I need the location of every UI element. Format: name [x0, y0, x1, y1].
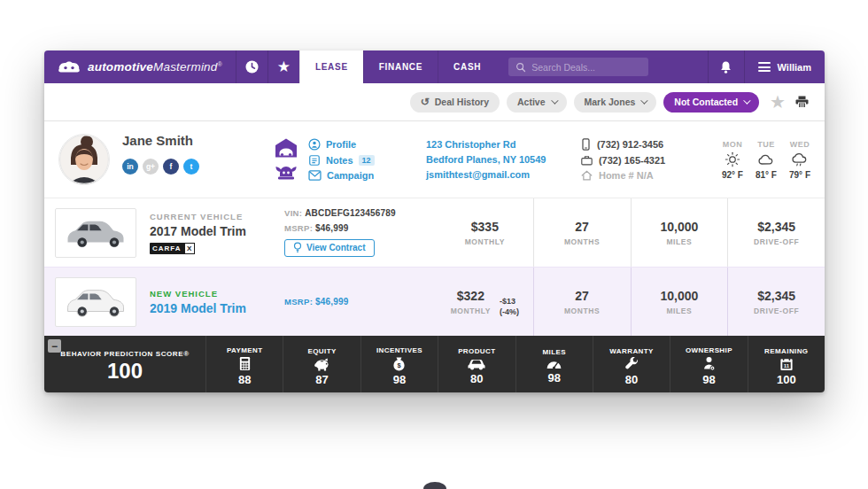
briefcase-icon [581, 155, 593, 166]
weather-temp: 92° F [722, 170, 743, 180]
current-vehicle-title: 2017 Model Trim [150, 224, 284, 238]
recent-deals-button[interactable] [236, 50, 267, 83]
stat-driveoff: $2,345DRIVE-OFF [727, 268, 825, 336]
piggy-bank-icon [314, 357, 330, 371]
msrp-value: $46,999 [315, 223, 349, 233]
score-ownership[interactable]: OWNERSHIP 98 [670, 336, 747, 392]
mobile-phone[interactable]: (732) 912-3456 [581, 138, 709, 151]
stat-months: 27MONTHS [533, 198, 631, 267]
favorite-deal-star[interactable]: ★ [770, 93, 786, 111]
calculator-icon [238, 356, 252, 371]
mastermind-logo-icon [58, 60, 81, 74]
carfax-x: X [184, 243, 195, 254]
view-contract-label: View Contract [306, 243, 366, 252]
new-vehicle-specs: MSRP: $46,999 [284, 297, 437, 307]
money-bag-icon: $ [392, 356, 406, 371]
profile-link[interactable]: Profile [308, 138, 415, 151]
notes-link[interactable]: Notes 12 [308, 154, 415, 167]
work-phone[interactable]: (732) 165-4321 [581, 155, 709, 166]
customer-links: Profile Notes 12 Campaign [308, 138, 415, 181]
customer-avatar[interactable] [58, 134, 110, 185]
address-line1[interactable]: 123 Christopher Rd [426, 139, 581, 150]
search-icon [515, 62, 526, 73]
view-contract-button[interactable]: View Contract [284, 239, 375, 257]
delta-amount: -$13 [500, 296, 519, 307]
score-payment[interactable]: PAYMENT 88 [205, 336, 283, 392]
twitter-icon[interactable]: t [183, 159, 199, 175]
google-plus-icon[interactable]: g+ [143, 159, 159, 175]
search-box[interactable] [508, 58, 648, 76]
current-vehicle-specs: VIN: ABCDEFG123456789 MSRP: $46,999 View… [284, 208, 437, 258]
profile-icon [308, 138, 321, 151]
weather-day: TUE 81° F [756, 140, 777, 180]
bps-score-block: BEHAVIOR PREDICTION SCORE® 100 [44, 336, 205, 392]
weather-temp: 79° F [789, 170, 810, 180]
notes-label: Notes [326, 155, 353, 166]
mastermind-badge-icon[interactable] [275, 165, 298, 181]
score-warranty[interactable]: WARRANTY 80 [593, 336, 670, 392]
new-vehicle-title[interactable]: 2019 Model Trim [150, 301, 284, 315]
chevron-down-icon [743, 97, 750, 104]
home-phone-number: Home # N/A [599, 170, 654, 181]
customer-identity: Jane Smith in g+ f t [122, 145, 255, 175]
agent-filter-dropdown[interactable]: Mark Jones [574, 92, 657, 113]
stat-driveoff: $2,345DRIVE-OFF [727, 198, 825, 267]
svg-text:11: 11 [784, 361, 790, 368]
current-vehicle-info: CURRENT VEHICLE 2017 Model Trim CARFA X [150, 212, 284, 254]
customer-email[interactable]: jsmithtest@gmail.com [426, 169, 581, 180]
linkedin-icon[interactable]: in [122, 159, 138, 175]
bps-label: BEHAVIOR PREDICTION SCORE® [60, 350, 189, 358]
work-phone-number: (732) 165-4321 [599, 155, 665, 166]
current-vehicle-stats: $335MONTHLY 27MONTHS 10,000MILES $2,345D… [437, 198, 825, 267]
user-menu[interactable]: William [745, 50, 825, 83]
customer-address: 123 Christopher Rd Bedford Planes, NY 10… [426, 139, 581, 180]
home-phone[interactable]: Home # N/A [581, 170, 709, 181]
app-window: automotiveMastermind® ★ LEASE FINANCE CA… [44, 50, 825, 392]
deal-history-label: Deal History [435, 97, 489, 107]
mobile-phone-number: (732) 912-3456 [597, 139, 663, 150]
delta-percent: (-4%) [500, 307, 519, 317]
score-miles[interactable]: MILES 98 [515, 336, 593, 392]
new-vehicle-label: NEW VEHICLE [150, 289, 284, 299]
notifications-button[interactable] [708, 50, 745, 83]
facebook-icon[interactable]: f [163, 159, 179, 175]
status-filter-dropdown[interactable]: Active [507, 92, 567, 113]
score-equity[interactable]: EQUITY 87 [283, 336, 360, 392]
payment-delta: -$13 (-4%) [500, 296, 519, 317]
contact-status-dropdown[interactable]: Not Contacted [663, 92, 759, 113]
page-notch [423, 482, 446, 489]
address-line2[interactable]: Bedford Planes, NY 10549 [426, 154, 581, 165]
page: automotiveMastermind® ★ LEASE FINANCE CA… [0, 0, 868, 489]
collapse-button[interactable]: − [48, 339, 61, 353]
new-vehicle-row: NEW VEHICLE 2019 Model Trim MSRP: $46,99… [44, 267, 825, 336]
campaign-link[interactable]: Campaign [308, 170, 415, 181]
current-vehicle-photo[interactable] [55, 208, 136, 258]
score-remaining[interactable]: REMAINING 11 100 [748, 336, 825, 392]
tab-lease[interactable]: LEASE [299, 50, 363, 83]
customer-name: Jane Smith [122, 133, 255, 148]
deal-history-button[interactable]: ↺ Deal History [410, 92, 500, 113]
weather-day: WED 79° F [789, 140, 810, 180]
tab-finance[interactable]: FINANCE [363, 50, 438, 83]
weather-temp: 81° F [756, 170, 777, 180]
deal-card: Jane Smith in g+ f t [44, 120, 825, 392]
agent-filter-label: Mark Jones [585, 97, 636, 107]
search-input[interactable] [531, 62, 641, 73]
carfax-badge[interactable]: CARFA X [150, 243, 195, 254]
garage-icon[interactable] [275, 138, 298, 158]
customer-row: Jane Smith in g+ f t [44, 121, 825, 198]
score-product[interactable]: PRODUCT 80 [438, 336, 515, 392]
history-icon: ↺ [421, 97, 430, 107]
print-button[interactable] [794, 95, 810, 109]
score-incentives[interactable]: INCENTIVES $ 98 [360, 336, 438, 392]
vin-line: VIN: ABCDEFG123456789 [284, 208, 437, 218]
new-vehicle-photo[interactable] [55, 277, 136, 327]
campaign-label: Campaign [327, 170, 374, 181]
envelope-icon [308, 170, 322, 181]
favorites-button[interactable]: ★ [267, 50, 299, 83]
stat-miles: 10,000MILES [631, 268, 728, 336]
new-vehicle-info: NEW VEHICLE 2019 Model Trim [150, 289, 284, 315]
calendar-icon: 11 [779, 357, 794, 371]
tab-cash[interactable]: CASH [438, 50, 496, 83]
brand-logo[interactable]: automotiveMastermind® [44, 50, 236, 83]
